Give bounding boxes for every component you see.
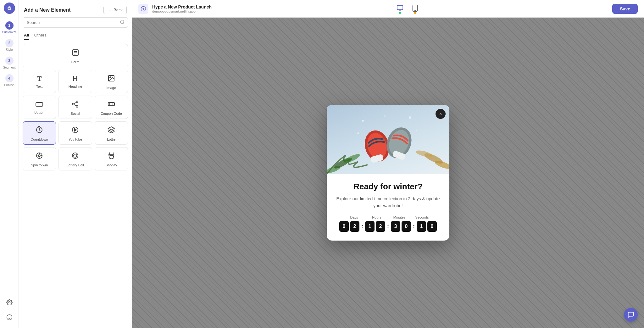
form-icon <box>72 49 79 58</box>
svg-point-51 <box>357 132 359 134</box>
step-circle-2: 2 <box>5 39 14 47</box>
youtube-label: YouTube <box>69 137 82 141</box>
lottery-icon <box>71 152 79 161</box>
step-1-customize[interactable]: 1 Customize <box>0 19 19 36</box>
panel-title: Add a New Element <box>24 7 70 13</box>
app-logo <box>4 3 15 14</box>
button-label: Button <box>34 110 44 114</box>
element-lottery[interactable]: Lottery Ball <box>58 147 92 170</box>
colon-2: : <box>386 223 390 230</box>
svg-point-49 <box>409 116 411 119</box>
svg-point-2 <box>7 315 12 320</box>
text-label: Text <box>36 85 42 88</box>
element-social[interactable]: Social <box>58 96 92 119</box>
main-area: Hype a New Product Launch demopopupsmart… <box>132 0 644 328</box>
countdown-labels: Days Hours Minutes Seconds <box>334 215 442 219</box>
element-image[interactable]: Image <box>95 70 128 93</box>
element-youtube[interactable]: YouTube <box>58 121 92 145</box>
lottie-icon <box>108 126 115 136</box>
back-button[interactable]: ← Back <box>103 6 127 14</box>
step-2-style[interactable]: 2 Style <box>0 36 19 54</box>
text-icon: T <box>37 75 42 83</box>
mobile-status-dot <box>414 12 416 14</box>
step-circle-1: 1 <box>5 21 14 30</box>
popup-image-area <box>327 105 449 174</box>
button-icon <box>36 100 43 108</box>
emoji-button[interactable] <box>4 312 15 323</box>
shopify-icon <box>108 152 115 161</box>
tab-all[interactable]: All <box>24 30 29 40</box>
step-circle-3: 3 <box>5 57 14 65</box>
countdown-label: Countdown <box>31 137 48 141</box>
tab-others[interactable]: Others <box>34 30 47 40</box>
digit-s2: 0 <box>427 221 437 232</box>
svg-point-31 <box>74 154 77 157</box>
sidebar-bottom <box>4 297 15 328</box>
top-bar-center: ⋮ <box>394 3 430 14</box>
image-label: Image <box>107 86 116 90</box>
spin-icon <box>36 152 43 161</box>
site-icon <box>138 4 148 14</box>
chat-icon <box>627 311 634 318</box>
step-label-4: Publish <box>4 83 14 87</box>
popup-subtext: Explore our limited-time collection in 2… <box>334 195 442 209</box>
image-icon <box>108 75 115 84</box>
search-input[interactable] <box>23 17 128 28</box>
desktop-device-button[interactable] <box>394 3 406 14</box>
more-options-button[interactable]: ⋮ <box>424 5 430 12</box>
element-panel: Add a New Element ← Back All Others Form… <box>19 0 132 328</box>
svg-point-25 <box>38 155 40 157</box>
svg-point-16 <box>76 105 78 107</box>
headline-label: Headline <box>69 85 82 88</box>
popup-close-button[interactable]: × <box>436 109 446 119</box>
element-spin[interactable]: Spin to win <box>23 147 56 170</box>
svg-marker-23 <box>75 129 76 131</box>
coupon-label: Coupon Code <box>101 112 122 115</box>
settings-button[interactable] <box>4 297 15 308</box>
element-form[interactable]: Form <box>23 44 128 67</box>
mittens-svg <box>353 111 423 168</box>
close-icon: × <box>439 111 442 116</box>
element-button[interactable]: Button <box>23 96 56 119</box>
save-button[interactable]: Save <box>612 4 638 14</box>
site-info: Hype a New Product Launch demopopupsmart… <box>152 4 212 13</box>
svg-rect-19 <box>108 103 114 106</box>
svg-rect-37 <box>397 6 403 10</box>
svg-point-50 <box>416 130 417 131</box>
element-headline[interactable]: H Headline <box>58 70 92 93</box>
step-label-3: Segment <box>3 66 15 69</box>
chat-bubble-button[interactable] <box>624 308 638 322</box>
countdown-digits: 0 2 : 1 2 : 3 0 : 1 0 <box>334 221 442 232</box>
mobile-device-button[interactable] <box>410 3 420 14</box>
colon-1: : <box>361 223 364 230</box>
digit-s1: 1 <box>417 221 426 232</box>
coupon-icon <box>108 100 115 110</box>
element-countdown[interactable]: Countdown <box>23 121 56 145</box>
label-hours: Hours <box>368 215 386 219</box>
label-minutes: Minutes <box>391 215 408 219</box>
svg-line-6 <box>123 23 124 24</box>
element-coupon[interactable]: Coupon Code <box>95 96 128 119</box>
label-days: Days <box>345 215 363 219</box>
step-3-segment[interactable]: 3 Segment <box>0 54 19 72</box>
element-lottie[interactable]: Lottie <box>95 121 128 145</box>
digit-m2: 0 <box>402 221 411 232</box>
element-shopify[interactable]: Shopify <box>95 147 128 170</box>
lottie-label: Lottie <box>107 137 115 141</box>
social-label: Social <box>71 112 80 115</box>
svg-line-18 <box>74 103 76 104</box>
tabs-row: All Others <box>19 30 132 40</box>
svg-point-48 <box>362 120 364 122</box>
digit-d1: 0 <box>339 221 349 232</box>
svg-point-1 <box>8 302 10 303</box>
youtube-icon <box>71 126 79 136</box>
popup-heading: Ready for winter? <box>334 182 442 192</box>
site-name: Hype a New Product Launch <box>152 4 212 9</box>
svg-point-15 <box>72 103 74 105</box>
form-label: Form <box>71 60 80 64</box>
svg-point-52 <box>384 115 386 117</box>
element-text[interactable]: T Text <box>23 70 56 93</box>
step-4-publish[interactable]: 4 Publish <box>0 72 19 89</box>
top-bar-left: Hype a New Product Launch demopopupsmart… <box>138 4 212 14</box>
popup-card: × Ready for winter? Explore our limited-… <box>327 105 449 241</box>
